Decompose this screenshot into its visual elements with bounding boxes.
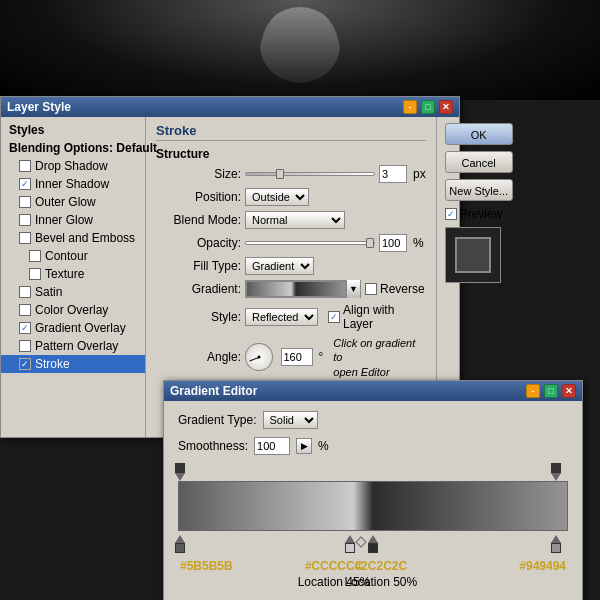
sidebar-item-inner-shadow[interactable]: ✓ Inner Shadow <box>1 175 145 193</box>
dial-hand <box>249 357 259 361</box>
preview-checkbox[interactable]: ✓ <box>445 208 457 220</box>
dialog-titlebar: Layer Style - □ ✕ <box>1 97 459 117</box>
fill-type-label: Fill Type: <box>156 259 241 273</box>
gradient-dropdown-btn[interactable]: ▼ <box>346 280 360 298</box>
size-unit: px <box>413 167 426 181</box>
size-slider-thumb[interactable] <box>276 169 284 179</box>
ge-maximize-btn[interactable]: □ <box>544 384 558 398</box>
style-label: Style: <box>156 310 241 324</box>
gradient-bar[interactable] <box>178 481 568 531</box>
sidebar-item-stroke[interactable]: ✓ Stroke <box>1 355 145 373</box>
inner-glow-label: Inner Glow <box>35 213 93 227</box>
opacity-arrow <box>175 473 185 481</box>
pattern-overlay-checkbox[interactable] <box>19 340 31 352</box>
size-slider[interactable] <box>245 172 375 176</box>
fill-type-select[interactable]: Gradient Color Pattern <box>245 257 314 275</box>
texture-label: Texture <box>45 267 84 281</box>
style-row: Style: Reflected Linear Radial Angle Dia… <box>156 303 426 331</box>
smoothness-row: Smoothness: ▶ % <box>178 437 568 455</box>
contour-checkbox[interactable] <box>29 250 41 262</box>
opacity-stop-right[interactable] <box>551 463 561 481</box>
satin-label: Satin <box>35 285 62 299</box>
maximize-btn[interactable]: □ <box>421 100 435 114</box>
color-stop-45[interactable] <box>345 535 355 553</box>
close-btn[interactable]: ✕ <box>439 100 453 114</box>
align-checkbox[interactable]: ✓ <box>328 311 340 323</box>
ge-close-btn[interactable]: ✕ <box>562 384 576 398</box>
align-label: Align with Layer <box>343 303 426 331</box>
satin-checkbox[interactable] <box>19 286 31 298</box>
minimize-btn[interactable]: - <box>403 100 417 114</box>
midpoint-diamond[interactable] <box>356 536 367 547</box>
opacity-stop-square <box>175 463 185 473</box>
sidebar-item-gradient-overlay[interactable]: ✓ Gradient Overlay <box>1 319 145 337</box>
color-stops-row <box>178 535 568 555</box>
blend-mode-row: Blend Mode: Normal <box>156 211 426 229</box>
texture-checkbox[interactable] <box>29 268 41 280</box>
gradient-overlay-checkbox[interactable]: ✓ <box>19 322 31 334</box>
inner-glow-checkbox[interactable] <box>19 214 31 226</box>
sidebar-item-bevel[interactable]: Bevel and Emboss <box>1 229 145 247</box>
sidebar-item-satin[interactable]: Satin <box>1 283 145 301</box>
opacity-slider[interactable] <box>245 241 375 245</box>
gradient-bar-container[interactable] <box>178 481 568 531</box>
gradient-editor-dialog: Gradient Editor - □ ✕ Gradient Type: Sol… <box>163 380 583 600</box>
smoothness-increment[interactable]: ▶ <box>296 438 312 454</box>
sidebar-item-inner-glow[interactable]: Inner Glow <box>1 211 145 229</box>
blend-mode-select[interactable]: Normal <box>245 211 345 229</box>
angle-input[interactable] <box>281 348 313 366</box>
smoothness-input[interactable] <box>254 437 290 455</box>
position-label: Position: <box>156 190 241 204</box>
angle-row: Angle: ° Click on gradient toopen Editor <box>156 336 426 379</box>
sidebar: Styles Blending Options: Default Drop Sh… <box>1 117 146 437</box>
angle-label: Angle: <box>156 350 241 364</box>
color-overlay-checkbox[interactable] <box>19 304 31 316</box>
color-stop-100[interactable] <box>551 535 561 553</box>
stop-arrow-0 <box>175 535 185 543</box>
ge-body: Gradient Type: Solid Noise Smoothness: ▶… <box>164 401 582 600</box>
color-stop-50[interactable] <box>368 535 378 553</box>
sidebar-item-outer-glow[interactable]: Outer Glow <box>1 193 145 211</box>
reverse-checkbox[interactable] <box>365 283 377 295</box>
opacity-input[interactable] <box>379 234 407 252</box>
sidebar-item-contour[interactable]: Contour <box>1 247 145 265</box>
gradient-preview[interactable] <box>246 281 346 297</box>
reverse-check-row: Reverse <box>365 282 425 296</box>
ge-minimize-btn[interactable]: - <box>526 384 540 398</box>
ge-title: Gradient Editor <box>170 384 257 398</box>
opacity-stops-row <box>178 463 568 481</box>
color-stop-0[interactable] <box>175 535 185 553</box>
sidebar-item-color-overlay[interactable]: Color Overlay <box>1 301 145 319</box>
drop-shadow-checkbox[interactable] <box>19 160 31 172</box>
ge-titlebar: Gradient Editor - □ ✕ <box>164 381 582 401</box>
new-style-button[interactable]: New Style... <box>445 179 513 201</box>
ge-title-buttons: - □ ✕ <box>526 384 576 398</box>
angle-dial[interactable] <box>245 343 273 371</box>
ok-button[interactable]: OK <box>445 123 513 145</box>
sidebar-header[interactable]: Styles <box>1 121 145 139</box>
size-input[interactable] <box>379 165 407 183</box>
outer-glow-checkbox[interactable] <box>19 196 31 208</box>
gradient-type-select[interactable]: Solid Noise <box>263 411 318 429</box>
pattern-overlay-label: Pattern Overlay <box>35 339 118 353</box>
sidebar-item-texture[interactable]: Texture <box>1 265 145 283</box>
sidebar-item-blending[interactable]: Blending Options: Default <box>1 139 145 157</box>
bevel-checkbox[interactable] <box>19 232 31 244</box>
position-select[interactable]: Outside Inside Center <box>245 188 309 206</box>
smoothness-label: Smoothness: <box>178 439 248 453</box>
stop-loc-50: Location 50% <box>344 575 417 589</box>
sidebar-item-drop-shadow[interactable]: Drop Shadow <box>1 157 145 175</box>
cancel-button[interactable]: Cancel <box>445 151 513 173</box>
outer-glow-label: Outer Glow <box>35 195 96 209</box>
smoothness-unit: % <box>318 439 329 453</box>
drop-shadow-label: Drop Shadow <box>35 159 108 173</box>
inner-shadow-checkbox[interactable]: ✓ <box>19 178 31 190</box>
sidebar-item-pattern-overlay[interactable]: Pattern Overlay <box>1 337 145 355</box>
stroke-checkbox[interactable]: ✓ <box>19 358 31 370</box>
opacity-slider-thumb[interactable] <box>366 238 374 248</box>
gradient-type-row: Gradient Type: Solid Noise <box>178 411 568 429</box>
opacity-stop-left[interactable] <box>175 463 185 481</box>
preview-inner <box>455 237 491 273</box>
style-select[interactable]: Reflected Linear Radial Angle Diamond <box>245 308 318 326</box>
reverse-label: Reverse <box>380 282 425 296</box>
